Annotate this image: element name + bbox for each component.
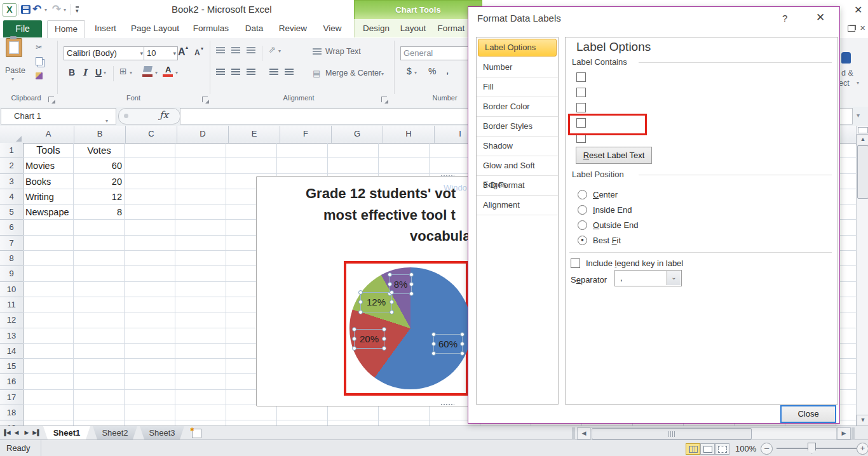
borders-dropdown-icon[interactable]: ▾ bbox=[130, 70, 132, 76]
radio-circle[interactable] bbox=[578, 220, 587, 230]
tab-file[interactable]: File bbox=[3, 20, 42, 37]
row-header[interactable]: 14 bbox=[0, 344, 23, 359]
italic-button[interactable]: I bbox=[83, 67, 87, 77]
currency-dropdown-icon[interactable]: ▾ bbox=[414, 70, 417, 76]
tab-insert[interactable]: Insert bbox=[89, 20, 122, 37]
sheet-tab-sheet1[interactable]: Sheet1 bbox=[43, 426, 90, 439]
clipboard-dialog-launcher-icon[interactable] bbox=[48, 97, 54, 102]
tab-review[interactable]: Review bbox=[275, 20, 311, 37]
row-header[interactable]: 15 bbox=[0, 359, 23, 374]
align-right-icon[interactable] bbox=[247, 69, 255, 76]
column-header[interactable]: A bbox=[23, 126, 74, 143]
undo-icon[interactable]: ↶ bbox=[32, 4, 41, 15]
dialog-nav-item[interactable]: Label Options bbox=[478, 39, 557, 57]
hscroll-thumb[interactable] bbox=[592, 428, 752, 439]
tab-formulas[interactable]: Formulas bbox=[188, 20, 234, 37]
help-icon[interactable]: ? bbox=[782, 13, 787, 23]
checkbox-include-legend-key[interactable]: Include legend key in label bbox=[571, 257, 683, 269]
dialog-nav-item[interactable]: Alignment bbox=[477, 196, 558, 215]
tab-split-handle[interactable] bbox=[572, 427, 575, 439]
tab-data[interactable]: Data bbox=[239, 20, 269, 37]
chart-frame-grip-top[interactable] bbox=[440, 175, 454, 178]
row-header[interactable]: 7 bbox=[0, 236, 23, 251]
votes-value-cell[interactable]: 8 bbox=[74, 205, 122, 220]
checkbox-box[interactable] bbox=[576, 88, 586, 97]
row-header[interactable]: 18 bbox=[0, 405, 23, 420]
view-normal-icon[interactable] bbox=[686, 443, 700, 455]
separator-dropdown-arrow-icon[interactable]: ⌄ bbox=[667, 271, 681, 285]
checkbox-category-name[interactable] bbox=[576, 86, 592, 98]
find-select-dropdown-icon[interactable]: ▾ bbox=[857, 80, 859, 86]
separator-dropdown[interactable]: , ⌄ bbox=[614, 270, 682, 286]
comma-style-icon[interactable]: , bbox=[446, 65, 449, 76]
tab-page-layout[interactable]: Page Layout bbox=[127, 20, 183, 37]
excel-app-icon[interactable]: X bbox=[3, 3, 17, 17]
copy-icon[interactable] bbox=[36, 57, 43, 65]
zoom-slider-track[interactable] bbox=[776, 448, 857, 449]
percent-style-icon[interactable]: % bbox=[428, 66, 436, 76]
row-header[interactable]: 3 bbox=[0, 174, 23, 189]
dialog-nav-item[interactable]: Fill bbox=[477, 77, 558, 97]
orientation-dropdown-icon[interactable]: ▾ bbox=[278, 48, 281, 54]
insert-worksheet-icon[interactable]: ✱ bbox=[192, 429, 201, 438]
tab-home[interactable]: Home bbox=[47, 20, 85, 39]
vertical-scrollbar[interactable]: ▲ ▼ bbox=[856, 126, 868, 426]
vscroll-down-icon[interactable]: ▼ bbox=[857, 415, 868, 426]
next-sheet-icon[interactable]: ▶ bbox=[22, 427, 32, 438]
row-header[interactable]: 16 bbox=[0, 374, 23, 389]
column-header[interactable]: D bbox=[177, 126, 229, 143]
chart-title-line-2[interactable]: most effective tool t bbox=[323, 207, 456, 224]
column-header[interactable]: B bbox=[74, 126, 126, 143]
grow-font-icon[interactable]: A bbox=[178, 46, 186, 58]
font-size-combo[interactable]: 10▾ bbox=[144, 46, 178, 60]
dialog-nav-item[interactable]: Border Color bbox=[477, 97, 558, 117]
redo-icon[interactable]: ↷ bbox=[52, 4, 61, 15]
orientation-icon[interactable]: ⇗ bbox=[268, 44, 276, 55]
radio-circle[interactable]: ● bbox=[578, 236, 587, 245]
checkbox-box[interactable] bbox=[576, 103, 586, 112]
row-header[interactable]: 9 bbox=[0, 266, 23, 281]
workbook-restore-icon[interactable] bbox=[848, 25, 855, 32]
view-page-break-icon[interactable] bbox=[715, 443, 729, 455]
votes-value-cell[interactable]: 12 bbox=[74, 189, 122, 205]
data-label-12[interactable]: 12% bbox=[360, 292, 392, 312]
fill-color-icon[interactable] bbox=[143, 66, 153, 72]
name-box[interactable]: Chart 1 ▾ bbox=[1, 108, 116, 124]
first-sheet-icon[interactable]: ▐◀ bbox=[1, 427, 11, 438]
zoom-level[interactable]: 100% bbox=[735, 444, 756, 453]
dialog-nav-item[interactable]: Number bbox=[477, 58, 558, 77]
paste-dropdown-icon[interactable]: ▾ bbox=[11, 76, 14, 82]
row-header[interactable]: 13 bbox=[0, 328, 23, 344]
select-all-corner[interactable] bbox=[0, 126, 24, 144]
vscroll-up-icon[interactable]: ▲ bbox=[857, 134, 868, 145]
merge-center-dropdown-icon[interactable]: ▾ bbox=[381, 71, 384, 77]
increase-indent-icon[interactable] bbox=[285, 69, 294, 76]
dialog-nav-item[interactable]: Border Styles bbox=[477, 117, 558, 137]
tab-chart-design[interactable]: Design bbox=[359, 20, 393, 37]
underline-dropdown-icon[interactable]: ▾ bbox=[104, 70, 106, 76]
dialog-close-icon[interactable]: ✕ bbox=[816, 11, 825, 24]
window-close-icon[interactable]: ✕ bbox=[854, 4, 862, 16]
votes-value-cell[interactable]: 60 bbox=[74, 158, 122, 173]
hscroll-left-icon[interactable]: ◀ bbox=[577, 427, 591, 439]
zoom-in-icon[interactable]: + bbox=[857, 443, 868, 455]
previous-sheet-icon[interactable]: ◀ bbox=[11, 427, 22, 438]
table-row[interactable]: Newspape 8 bbox=[23, 205, 122, 220]
align-center-icon[interactable] bbox=[231, 69, 240, 76]
wrap-text-button[interactable]: Wrap Text bbox=[325, 47, 361, 56]
sheet-tab-sheet2[interactable]: Sheet2 bbox=[93, 426, 137, 439]
zoom-slider-thumb[interactable] bbox=[808, 443, 816, 453]
decrease-indent-icon[interactable] bbox=[269, 69, 278, 76]
radio-circle[interactable] bbox=[578, 205, 587, 215]
format-painter-icon[interactable] bbox=[36, 72, 43, 79]
view-page-layout-icon[interactable] bbox=[700, 443, 715, 455]
align-top-icon[interactable] bbox=[216, 47, 225, 54]
fill-color-dropdown-icon[interactable]: ▾ bbox=[155, 70, 158, 76]
align-middle-icon[interactable] bbox=[231, 47, 240, 54]
close-button[interactable]: Close bbox=[780, 405, 836, 423]
tab-chart-format[interactable]: Format bbox=[433, 20, 470, 37]
underline-button[interactable]: U bbox=[95, 67, 102, 77]
currency-icon[interactable]: $ bbox=[407, 66, 412, 76]
row-headers[interactable]: 12345678910111213141516171819 bbox=[0, 143, 24, 427]
data-label-20[interactable]: 20% bbox=[354, 329, 384, 349]
